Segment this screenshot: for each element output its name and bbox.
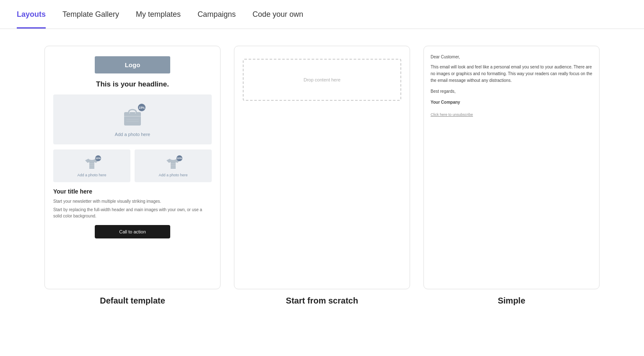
- photo-label-small-1: Add a photo here: [77, 173, 106, 177]
- tab-layouts[interactable]: Layouts: [17, 0, 46, 29]
- badge-small-1: 10%: [95, 155, 101, 161]
- photo-block-small-2: 10% Add a photo here: [135, 149, 212, 182]
- tab-template-gallery[interactable]: Template Gallery: [62, 0, 119, 29]
- tab-campaigns[interactable]: Campaigns: [197, 0, 236, 29]
- photo-block-small-1: 10% Add a photo here: [53, 149, 130, 182]
- card-label-simple: Simple: [498, 296, 525, 306]
- card-wrapper-simple: Dear Customer, This email will look and …: [423, 46, 600, 306]
- drop-zone-label: Drop content here: [304, 77, 340, 82]
- simple-body: This email will look and feel like a per…: [431, 64, 592, 84]
- card-desc-2: Start by replacing the full-width header…: [53, 207, 212, 219]
- tab-my-templates[interactable]: My templates: [136, 0, 181, 29]
- photo-block-large: 15% Add a photo here: [53, 94, 212, 144]
- card-default-template[interactable]: Logo This is your headline.: [44, 46, 221, 289]
- two-col-photos: 10% Add a photo here 10% Add a: [53, 149, 212, 182]
- cards-container: Logo This is your headline.: [0, 29, 644, 331]
- simple-greeting: Dear Customer,: [431, 54, 592, 60]
- logo-block: Logo: [95, 56, 170, 73]
- badge-small-2: 10%: [177, 155, 182, 161]
- shirt-icon-1: 10%: [84, 156, 99, 173]
- badge-large: 15%: [138, 104, 145, 111]
- drop-zone[interactable]: Drop content here: [243, 59, 401, 101]
- card-wrapper-scratch: Drop content here Start from scratch: [234, 46, 410, 306]
- card-simple[interactable]: Dear Customer, This email will look and …: [423, 46, 600, 289]
- shirt-icon-2: 10%: [166, 156, 181, 173]
- simple-regards: Best regards,: [431, 88, 592, 95]
- card-label-scratch: Start from scratch: [286, 296, 358, 306]
- unsubscribe-link[interactable]: Click here to unsubscribe: [431, 113, 592, 117]
- svg-rect-0: [124, 112, 141, 126]
- tab-code-your-own[interactable]: Code your own: [252, 0, 303, 29]
- photo-label-small-2: Add a photo here: [158, 173, 187, 177]
- tabs-bar: Layouts Template Gallery My templates Ca…: [0, 0, 644, 29]
- card-desc-1: Start your newsletter with multiple visu…: [53, 198, 212, 204]
- simple-company: Your Company: [431, 99, 592, 106]
- card-label-default: Default template: [100, 296, 165, 306]
- card-scratch[interactable]: Drop content here: [234, 46, 410, 289]
- bag-icon: 15%: [122, 105, 143, 129]
- photo-label-large: Add a photo here: [115, 132, 150, 137]
- cta-button[interactable]: Call to action: [95, 225, 170, 238]
- card-wrapper-default: Logo This is your headline.: [44, 46, 221, 306]
- template-headline: This is your headline.: [53, 80, 212, 89]
- card-section-title: Your title here: [53, 188, 212, 195]
